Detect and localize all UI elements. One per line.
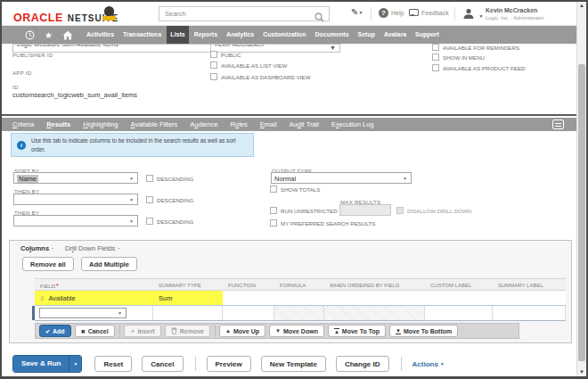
nav-item-lists[interactable]: Lists bbox=[167, 26, 188, 44]
save-and-run-button[interactable]: Save & Run ▼ bbox=[12, 355, 82, 373]
search-icon[interactable] bbox=[314, 10, 324, 26]
tab-audit-trail[interactable]: Audit Trail bbox=[290, 120, 319, 128]
cancel-button[interactable]: Cancel bbox=[142, 356, 183, 372]
new-template-button[interactable]: New Template bbox=[261, 356, 326, 372]
cell-custom-label[interactable] bbox=[425, 291, 493, 305]
help-link[interactable]: Help bbox=[391, 10, 404, 16]
user-name[interactable]: Kevin McCracken bbox=[486, 7, 537, 13]
checkbox-show-totals[interactable]: SHOW TOTALS bbox=[270, 185, 320, 193]
cell-when-ordered-by-field[interactable] bbox=[324, 291, 425, 305]
nav-item-avalara[interactable]: Avalara bbox=[380, 26, 410, 44]
cell-field[interactable]: ⠿Available bbox=[35, 291, 153, 305]
edit-cell-field[interactable]: ▼ bbox=[35, 306, 153, 320]
checkbox-my-preferred-search-results[interactable]: MY PREFERRED SEARCH RESULTS bbox=[270, 219, 375, 227]
add-button[interactable]: ✔ Add bbox=[39, 325, 71, 337]
preview-button[interactable]: Preview bbox=[207, 356, 251, 372]
tab-execution-log[interactable]: Execution Log bbox=[331, 120, 374, 128]
scroll-up-arrow-icon[interactable]: ▲ bbox=[577, 3, 586, 8]
checkbox-icon[interactable] bbox=[432, 54, 439, 61]
feedback-link[interactable]: Feedback bbox=[421, 10, 449, 16]
checkbox-run-unrestricted[interactable]: RUN UNRESTRICTED bbox=[270, 207, 338, 214]
home-icon[interactable] bbox=[62, 30, 73, 40]
move-up-button[interactable]: ▲ Move Up bbox=[219, 325, 265, 337]
checkbox-icon[interactable] bbox=[432, 44, 439, 51]
edit-cell-function[interactable] bbox=[223, 306, 274, 320]
edit-cell-summary-type[interactable] bbox=[153, 306, 223, 320]
checkbox-icon[interactable] bbox=[146, 175, 153, 182]
checkbox-icon[interactable] bbox=[146, 196, 153, 203]
recent-records-icon[interactable] bbox=[25, 30, 35, 40]
then-by-select-2[interactable]: ▼ bbox=[13, 215, 138, 227]
max-results-input[interactable] bbox=[339, 204, 391, 216]
tab-criteria[interactable]: Criteria bbox=[12, 120, 34, 128]
move-to-top-button[interactable]: ▲ Move To Top bbox=[328, 325, 386, 337]
reset-button[interactable]: Reset bbox=[94, 356, 132, 372]
nav-item-reports[interactable]: Reports bbox=[191, 26, 221, 44]
cell-summary-label[interactable] bbox=[493, 291, 566, 305]
move-to-bottom-button[interactable]: ▼ Move To Bottom bbox=[389, 325, 458, 337]
scrollbar-thumb[interactable] bbox=[578, 64, 585, 361]
checkbox-descending-3[interactable]: DESCENDING bbox=[146, 218, 193, 225]
checkbox-public[interactable]: PUBLIC bbox=[210, 51, 241, 58]
edit-cell-custom-label[interactable] bbox=[425, 306, 493, 320]
cell-function[interactable] bbox=[223, 291, 274, 305]
checkbox-icon[interactable] bbox=[210, 62, 217, 69]
save-options-caret[interactable]: ▼ bbox=[69, 356, 81, 372]
shortcuts-star-icon[interactable]: ★ bbox=[45, 30, 53, 40]
nav-item-documents[interactable]: Documents bbox=[311, 26, 352, 44]
nav-item-support[interactable]: Support bbox=[412, 26, 443, 44]
checkbox-icon[interactable] bbox=[146, 218, 153, 225]
subtab-columns[interactable]: Columns bbox=[20, 244, 54, 252]
checkbox-descending-2[interactable]: DESCENDING bbox=[146, 196, 193, 203]
checkbox-icon[interactable] bbox=[432, 64, 439, 71]
checkbox-descending-1[interactable]: DESCENDING bbox=[146, 175, 193, 182]
feedback-icon[interactable] bbox=[409, 9, 419, 16]
vertical-scrollbar[interactable]: ▲ ▼ bbox=[576, 2, 586, 376]
quick-add-icon[interactable]: ✎▼ bbox=[351, 7, 363, 17]
global-search[interactable] bbox=[159, 6, 330, 21]
help-icon[interactable]: ? bbox=[379, 8, 388, 18]
checkbox-available-as-product-feed[interactable]: AVAILABLE AS PRODUCT FEED bbox=[432, 64, 526, 71]
cell-summary-type[interactable]: Sum bbox=[153, 291, 223, 305]
checkbox-icon[interactable] bbox=[270, 219, 277, 227]
user-avatar-icon[interactable]: ▼ bbox=[462, 7, 483, 23]
save-and-run-label[interactable]: Save & Run bbox=[13, 356, 69, 372]
nav-item-activities[interactable]: Activities bbox=[83, 26, 118, 44]
tab-email[interactable]: Email bbox=[260, 120, 277, 128]
sort-by-select[interactable]: Name ▼ bbox=[13, 172, 138, 184]
remove-all-button[interactable]: Remove all bbox=[22, 257, 74, 271]
scroll-down-arrow-icon[interactable]: ▼ bbox=[577, 369, 586, 375]
nav-item-transactions[interactable]: Transactions bbox=[119, 26, 165, 44]
drag-handle-icon[interactable]: ⠿ bbox=[40, 296, 44, 301]
actions-menu[interactable]: Actions▼ bbox=[412, 360, 445, 368]
move-down-button[interactable]: ▼ Move Down bbox=[269, 325, 324, 337]
tab-audience[interactable]: Audience bbox=[190, 120, 217, 128]
table-row[interactable]: ⠿Available Sum bbox=[35, 291, 566, 306]
nav-item-analytics[interactable]: Analytics bbox=[223, 26, 257, 44]
checkbox-available-as-dashboard-view[interactable]: AVAILABLE AS DASHBOARD VIEW bbox=[210, 73, 311, 80]
field-combo-input[interactable]: ▼ bbox=[39, 308, 127, 318]
tab-available-filters[interactable]: Available Filters bbox=[131, 120, 178, 128]
checkbox-icon[interactable] bbox=[210, 51, 217, 58]
search-input[interactable] bbox=[165, 8, 307, 20]
checkbox-icon[interactable] bbox=[270, 185, 277, 193]
toggle-fieldsets-icon[interactable] bbox=[552, 119, 564, 129]
tab-results[interactable]: Results bbox=[46, 120, 70, 128]
cell-formula[interactable] bbox=[274, 291, 324, 305]
tab-roles[interactable]: Roles bbox=[231, 120, 248, 128]
nav-item-setup[interactable]: Setup bbox=[355, 26, 379, 44]
cancel-line-button[interactable]: ✖ Cancel bbox=[75, 325, 115, 337]
change-id-button[interactable]: Change ID bbox=[336, 356, 389, 372]
checkbox-icon[interactable] bbox=[210, 73, 217, 80]
checkbox-available-as-list-view[interactable]: AVAILABLE AS LIST VIEW bbox=[210, 62, 287, 69]
checkbox-icon[interactable] bbox=[270, 207, 277, 214]
checkbox-disallow-drill-down[interactable]: DISALLOW DRILL DOWN bbox=[396, 207, 471, 214]
table-edit-row[interactable]: ▼ bbox=[35, 306, 566, 321]
checkbox-available-for-reminders[interactable]: AVAILABLE FOR REMINDERS bbox=[432, 44, 519, 51]
then-by-select-1[interactable]: ▼ bbox=[13, 194, 138, 205]
output-type-select[interactable]: Normal ▼ bbox=[271, 172, 412, 184]
edit-cell-summary-label[interactable] bbox=[493, 306, 566, 320]
tab-highlighting[interactable]: Highlighting bbox=[83, 120, 118, 128]
checkbox-show-in-menu[interactable]: SHOW IN MENU bbox=[432, 54, 485, 61]
nav-item-customization[interactable]: Customization bbox=[259, 26, 309, 44]
